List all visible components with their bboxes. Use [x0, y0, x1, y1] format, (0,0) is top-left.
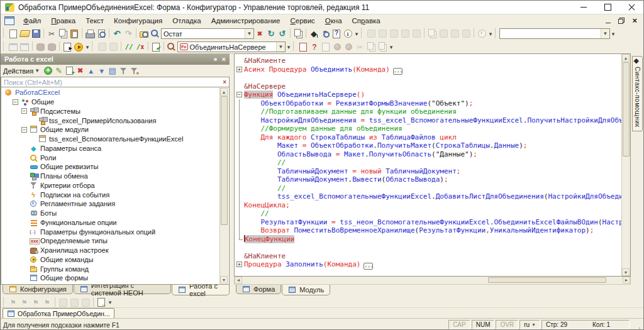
scrollbar-thumb[interactable] — [623, 62, 630, 157]
toolbar-grip[interactable] — [92, 41, 94, 51]
menu-конфигурация[interactable]: Конфигурация — [109, 16, 167, 26]
window-button[interactable]: Обработка ПримерОбъедин... — [3, 308, 114, 319]
menu-правка[interactable]: Правка — [46, 16, 80, 26]
print-icon[interactable] — [84, 28, 96, 39]
tree-item[interactable]: Критерии отбора — [1, 181, 220, 190]
undo-icon[interactable] — [111, 28, 123, 39]
combo-dropdown-icon[interactable]: ▼ — [276, 42, 285, 52]
mdi-child-icon[interactable] — [4, 16, 14, 25]
tree-expander-icon[interactable]: − — [13, 99, 18, 105]
tree-item[interactable]: Группы команд — [1, 264, 220, 273]
collapsed-code-button[interactable]: ... — [393, 68, 402, 75]
mdi-restore-icon[interactable] — [618, 18, 625, 24]
copy-icon[interactable] — [57, 28, 69, 39]
maximize-button[interactable] — [596, 1, 619, 14]
tree-search-input[interactable]: Поиск (Ctrl+Alt+M) × — [1, 77, 230, 87]
tree-item[interactable]: tss_excel_ПримерИспользования — [1, 116, 220, 125]
scrollbar-thumb[interactable] — [488, 277, 607, 283]
move-up-icon[interactable] — [86, 66, 96, 76]
scroll-down-icon[interactable]: ▼ — [622, 268, 630, 276]
tree-item[interactable]: Подписки на события — [1, 190, 220, 199]
panel-pin-icon[interactable] — [214, 58, 217, 61]
tree-item[interactable]: Роли — [1, 153, 220, 162]
actions-menu-button[interactable]: Действия — [3, 67, 33, 75]
scroll-up-icon[interactable]: ▲ — [220, 88, 228, 96]
open-icon[interactable] — [19, 28, 30, 39]
tree-expander-icon[interactable]: − — [21, 127, 27, 133]
menu-администрирование[interactable]: Администрирование — [206, 16, 286, 26]
tree-item[interactable]: Регламентные задания — [1, 199, 220, 209]
tab-форма[interactable]: Форма — [236, 285, 281, 294]
syntax-helper-tab[interactable]: Синтакс-помощник — [632, 56, 643, 131]
menu-сервис[interactable]: Сервис — [285, 16, 319, 26]
save-icon[interactable] — [30, 28, 42, 39]
uncomment-icon[interactable] — [135, 41, 146, 52]
scroll-right-icon[interactable]: ► — [623, 277, 630, 283]
find-previous-icon[interactable] — [277, 28, 288, 39]
toolbar-grip[interactable] — [3, 41, 6, 51]
tab-конфигурация[interactable]: Конфигурация — [3, 285, 73, 294]
tree-scrollbar[interactable]: ▲ ▼ — [219, 88, 228, 283]
fold-marker[interactable] — [236, 260, 244, 269]
collapsed-code-button[interactable]: ... — [364, 263, 373, 270]
tree-item[interactable]: −Подсистемы — [1, 107, 220, 116]
actions-add-copy-icon[interactable] — [64, 66, 75, 76]
menu-down-icon[interactable] — [286, 41, 292, 52]
tree-item[interactable]: РаботаСExcel — [1, 88, 220, 97]
toolbar-grip[interactable] — [293, 41, 296, 51]
tree-item[interactable]: Боты — [1, 209, 220, 218]
comment-icon[interactable] — [123, 41, 135, 52]
scroll-left-icon[interactable]: ◄ — [235, 277, 242, 283]
menu-down-icon[interactable] — [388, 41, 394, 52]
toolbar-grip[interactable] — [3, 297, 6, 307]
fold-marker[interactable] — [236, 65, 244, 74]
tree-item[interactable]: tss_excel_ВспомогательныеФункцииExcel — [1, 135, 220, 144]
clear-find-icon[interactable] — [254, 28, 265, 39]
help-contents-icon[interactable] — [331, 28, 342, 39]
scrollbar-thumb[interactable] — [221, 96, 228, 225]
print-preview-icon[interactable] — [96, 28, 107, 39]
tree-expander-icon[interactable]: − — [21, 108, 27, 114]
toolbar-grip[interactable] — [361, 28, 364, 38]
tree-item[interactable]: Планы обмена — [1, 172, 220, 181]
find-in-files-icon[interactable] — [138, 28, 150, 39]
panel-splitter[interactable] — [230, 53, 234, 296]
find-next-icon[interactable] — [265, 28, 277, 39]
menu-down-icon[interactable] — [610, 28, 616, 39]
cut-icon[interactable] — [46, 28, 57, 39]
language-indicator[interactable]: ru▼ — [519, 320, 540, 329]
mdi-close-icon[interactable]: × — [632, 18, 637, 24]
syntax-helper-icon[interactable] — [308, 28, 319, 39]
filter-icon[interactable] — [118, 66, 128, 76]
tree-item[interactable]: Хранилища настроек — [1, 246, 220, 255]
sort-list-icon[interactable] — [107, 66, 118, 76]
code-area[interactable]: &НаКлиентеАсинх Процедура Объединить(Ком… — [235, 54, 621, 276]
paste-icon[interactable] — [69, 28, 80, 39]
format-doc-icon[interactable] — [297, 41, 309, 52]
actions-add-icon[interactable] — [43, 66, 53, 76]
resize-grip[interactable] — [632, 321, 641, 329]
toolbar-grip[interactable] — [495, 28, 497, 38]
menu-down-icon[interactable] — [487, 28, 494, 39]
combo-dropdown-icon[interactable]: ▼ — [601, 29, 609, 38]
menu-down-icon[interactable] — [353, 28, 360, 39]
tree-item[interactable]: −Общие модули — [1, 125, 220, 135]
tab-работа-с-excel[interactable]: Работа с excel — [172, 285, 230, 295]
close-button[interactable] — [619, 1, 643, 14]
tree-item[interactable]: Параметры сеанса — [1, 144, 220, 153]
move-down-icon[interactable] — [96, 66, 107, 76]
panel-close-icon[interactable]: × — [222, 55, 226, 63]
tree-item[interactable]: −Общие — [1, 97, 220, 107]
selection-copy-icon[interactable] — [292, 28, 304, 39]
combo-dropdown-icon[interactable]: ▼ — [245, 29, 253, 38]
editor-vertical-scrollbar[interactable]: ▲ ▼ — [621, 54, 630, 276]
scroll-up-icon[interactable]: ▲ — [622, 54, 630, 62]
new-document-icon[interactable] — [8, 28, 19, 39]
goto-procedure-icon[interactable] — [166, 41, 177, 52]
scroll-down-icon[interactable]: ▼ — [220, 276, 228, 283]
actions-delete-icon[interactable] — [75, 66, 86, 76]
menu-down-icon[interactable] — [107, 297, 113, 308]
tree-item[interactable]: Определяемые типы — [1, 236, 220, 246]
clear-search-icon[interactable]: × — [223, 79, 226, 85]
tree-item[interactable]: Параметры функциональных опций — [1, 227, 220, 236]
